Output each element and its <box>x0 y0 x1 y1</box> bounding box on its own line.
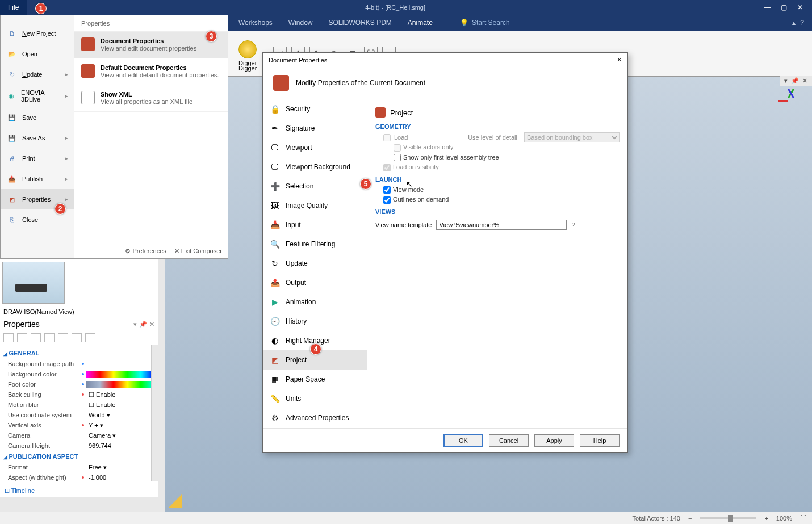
digger-group-label: Digger <box>238 65 257 72</box>
file-saveas[interactable]: 💾Save As▸ <box>1 128 74 148</box>
doc-props-icon <box>81 37 95 51</box>
vaxis-select[interactable]: Y + ▾ <box>86 422 154 429</box>
panel-close2-icon[interactable]: ✕ <box>149 321 154 328</box>
prop-tool-7[interactable] <box>85 333 95 342</box>
view-template-input[interactable] <box>436 220 567 230</box>
motion-blur-check[interactable]: ☐ Enable <box>86 401 154 409</box>
file-doc-props[interactable]: Document PropertiesView and edit documen… <box>74 32 228 58</box>
tab-pdm[interactable]: SOLIDWORKS PDM <box>329 19 392 27</box>
help-chevron-icon[interactable]: ▴ <box>792 19 796 27</box>
back-culling-check[interactable]: ☐ Enable <box>86 391 154 399</box>
file-show-xml[interactable]: Show XMLView all properties as an XML fi… <box>74 85 228 112</box>
prop-tool-1[interactable] <box>3 333 14 342</box>
title-bar: File 4-bit) - [RC_Heli.smg] — ▢ ✕ <box>0 0 812 15</box>
close-icon[interactable]: ✕ <box>797 3 803 11</box>
prop-tool-4[interactable] <box>44 333 55 342</box>
view-mode-check[interactable] <box>383 186 391 194</box>
monitor-icon: 🖵 <box>270 142 280 153</box>
file-publish[interactable]: 📤Publish▸ <box>1 169 74 189</box>
cat-publication[interactable]: PUBLICATION ASPECT <box>3 451 154 462</box>
tab-window[interactable]: Window <box>288 19 313 27</box>
nav-viewportbg[interactable]: 🖵Viewport Background <box>263 157 367 177</box>
maximize-icon[interactable]: ▢ <box>781 3 787 11</box>
cursor-icon: ➕ <box>270 181 280 191</box>
nav-adv[interactable]: ⚙Advanced Properties <box>263 408 367 427</box>
camera-height-field[interactable]: 969.744 <box>86 442 154 449</box>
help-icon[interactable]: ? <box>800 19 804 27</box>
prop-tool-5[interactable] <box>58 333 68 342</box>
prop-tool-2[interactable] <box>17 333 27 342</box>
tab-workshops[interactable]: Workshops <box>238 19 273 27</box>
document-properties-dialog: Document Properties ✕ Modify Properties … <box>262 52 628 453</box>
help-button[interactable]: Help <box>580 434 620 447</box>
dialog-close-icon[interactable]: ✕ <box>617 56 622 64</box>
axis-gizmo[interactable] <box>778 85 804 111</box>
tab-animate[interactable]: Animate <box>408 19 433 27</box>
nav-paper[interactable]: ▦Paper Space <box>263 370 367 389</box>
ok-button[interactable]: OK <box>443 434 483 447</box>
nav-ff[interactable]: 🔍Feature Filtering <box>263 234 367 254</box>
format-select[interactable]: Free ▾ <box>86 464 154 471</box>
paper-icon: ▦ <box>270 374 280 384</box>
nav-input[interactable]: 📥Input <box>263 215 367 234</box>
search-field[interactable]: 💡Start Search <box>460 19 510 27</box>
timeline-toggle[interactable]: Timeline <box>0 485 158 497</box>
file-update[interactable]: ↻Update▸ <box>1 64 74 85</box>
panel-dropdown-icon[interactable]: ▾ <box>784 77 788 85</box>
minimize-icon[interactable]: — <box>764 3 771 11</box>
scrollbar[interactable] <box>151 345 158 481</box>
file-open[interactable]: 📂Open <box>1 44 74 64</box>
nav-history[interactable]: 🕘History <box>263 312 367 331</box>
apply-button[interactable]: Apply <box>534 434 574 447</box>
callout-1: 1 <box>35 3 47 14</box>
digger-tool[interactable]: Digger <box>238 40 257 66</box>
nav-anim[interactable]: ▶Animation <box>263 292 367 312</box>
coord-select[interactable]: World ▾ <box>86 412 154 419</box>
shield-icon: ◐ <box>270 336 280 346</box>
callout-4: 4 <box>310 343 321 355</box>
zoom-slider[interactable] <box>700 517 756 519</box>
status-actors: Total Actors : 140 <box>633 515 680 522</box>
bg-color-picker[interactable] <box>86 371 154 378</box>
panel-pin-icon[interactable]: 📌 <box>791 77 799 85</box>
callout-5: 5 <box>360 178 371 190</box>
cat-general[interactable]: GENERAL <box>3 347 154 359</box>
preferences-button[interactable]: ⚙ Preferences <box>125 248 166 255</box>
nav-update[interactable]: ↻Update <box>263 254 367 273</box>
cancel-button[interactable]: Cancel <box>489 434 529 447</box>
foot-color-picker[interactable] <box>86 381 154 388</box>
nav-output[interactable]: 📤Output <box>263 273 367 292</box>
fullscreen-icon[interactable]: ⛶ <box>800 515 806 522</box>
panel-close-icon[interactable]: ✕ <box>802 77 807 85</box>
file-menu-button[interactable]: File <box>0 0 27 15</box>
nav-security[interactable]: 🔒Security <box>263 99 367 119</box>
nav-selection[interactable]: ➕Selection <box>263 177 367 196</box>
first-level-check[interactable] <box>394 154 401 161</box>
nav-imgq[interactable]: 🖼Image Quality <box>263 196 367 215</box>
file-dropdown: 🗋New Project 📂Open ↻Update▸ ◉ENOVIA 3DLi… <box>0 15 228 259</box>
zoom-percent[interactable]: 100% <box>776 515 792 522</box>
callout-2: 2 <box>55 203 66 215</box>
left-panel: DRAW ISO(Named View) Properties ▾ 📌 ✕ GE… <box>0 259 158 497</box>
file-def-props[interactable]: Default Document PropertiesView and edit… <box>74 58 228 85</box>
view-template-help[interactable]: ? <box>571 221 575 228</box>
nav-units[interactable]: 📏Units <box>263 389 367 408</box>
panel-pin2-icon[interactable]: 📌 <box>139 321 147 328</box>
file-enovia[interactable]: ◉ENOVIA 3DLive▸ <box>1 85 74 107</box>
file-save[interactable]: 💾Save <box>1 107 74 128</box>
canvas-corner-handle[interactable] <box>168 494 182 508</box>
zoom-in-icon[interactable]: + <box>764 515 768 522</box>
prop-tool-6[interactable] <box>72 333 82 342</box>
zoom-out-icon[interactable]: − <box>688 515 692 522</box>
prop-tool-3[interactable] <box>31 333 41 342</box>
aspect-field[interactable]: -1.000 <box>86 474 154 481</box>
nav-signature[interactable]: ✒Signature <box>263 119 367 138</box>
file-print[interactable]: 🖨Print▸ <box>1 148 74 169</box>
exit-composer-button[interactable]: ✕ Exit Composer <box>174 248 222 255</box>
panel-menu-icon[interactable]: ▾ <box>133 321 137 328</box>
file-new[interactable]: 🗋New Project <box>1 23 74 44</box>
nav-viewport[interactable]: 🖵Viewport <box>263 138 367 157</box>
outlines-check[interactable] <box>383 196 391 204</box>
camera-select[interactable]: Camera ▾ <box>86 432 154 439</box>
view-thumbnail[interactable] <box>2 262 65 304</box>
